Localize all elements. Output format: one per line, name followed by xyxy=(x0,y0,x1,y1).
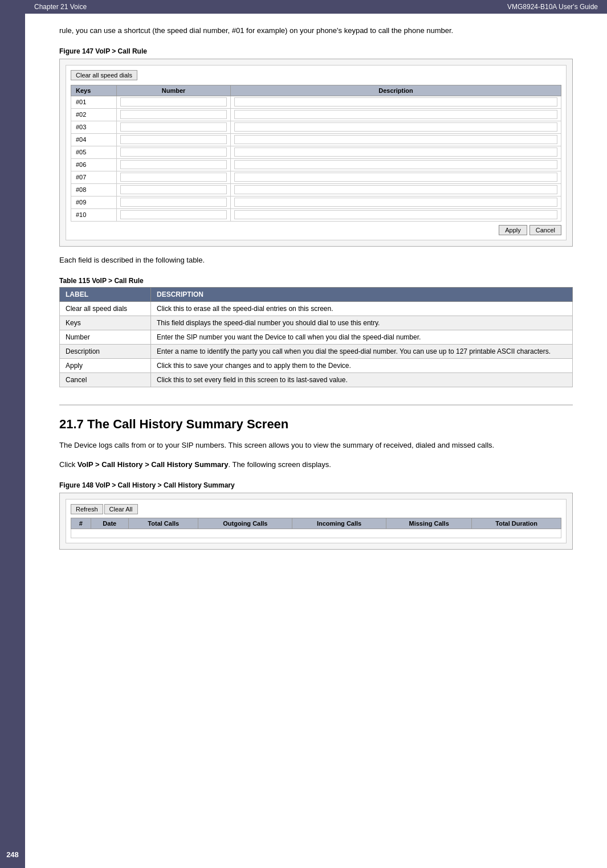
col-header-description: Description xyxy=(231,85,561,96)
left-sidebar: 248 xyxy=(0,0,25,868)
number-cell xyxy=(117,158,231,171)
table-row: Cancel Click this to set every field in … xyxy=(60,372,573,387)
number-cell xyxy=(117,196,231,208)
desc-input[interactable] xyxy=(234,97,557,107)
number-input[interactable] xyxy=(120,97,227,107)
speed-dial-table: Keys Number Description #01 #02 #03 xyxy=(71,85,561,222)
table115-col-label: LABEL xyxy=(60,287,151,301)
apply-button[interactable]: Apply xyxy=(499,225,527,235)
desc-input[interactable] xyxy=(234,173,557,182)
col-header: Total Duration xyxy=(472,518,561,529)
page-header: Chapter 21 Voice VMG8924-B10A User's Gui… xyxy=(25,0,607,14)
body2-suffix: . The following screen displays. xyxy=(228,460,331,469)
chapter-title: Chapter 21 Voice xyxy=(34,3,87,11)
label-cell: Cancel xyxy=(60,372,151,387)
figure148-screenshot: RefreshClear All #DateTotal CallsOutgoin… xyxy=(59,493,573,550)
description-cell: Click this to set every field in this sc… xyxy=(151,372,573,387)
number-cell xyxy=(117,183,231,196)
table-row: #04 xyxy=(71,133,561,146)
table-row: #01 xyxy=(71,96,561,108)
description-cell: This field displays the speed-dial numbe… xyxy=(151,316,573,330)
table-row: Apply Click this to save your changes an… xyxy=(60,358,573,372)
product-name: VMG8924-B10A User's Guide xyxy=(507,3,598,11)
desc-input[interactable] xyxy=(234,110,557,119)
clear-all-button[interactable]: Clear All xyxy=(104,504,138,514)
number-input[interactable] xyxy=(120,185,227,194)
col-header-keys: Keys xyxy=(71,85,117,96)
cancel-button[interactable]: Cancel xyxy=(529,225,561,235)
body2-bold: VoIP > Call History > Call History Summa… xyxy=(78,460,229,469)
number-cell xyxy=(117,208,231,221)
number-input[interactable] xyxy=(120,210,227,219)
desc-cell xyxy=(231,183,561,196)
table115-label: Table 115 VoIP > Call Rule xyxy=(59,277,573,285)
key-cell: #02 xyxy=(71,108,117,121)
description-cell: Enter a name to identify the party you c… xyxy=(151,344,573,358)
desc-cell xyxy=(231,133,561,146)
desc-input[interactable] xyxy=(234,160,557,169)
refresh-button[interactable]: Refresh xyxy=(71,504,103,514)
desc-input[interactable] xyxy=(234,198,557,207)
number-cell xyxy=(117,171,231,183)
call-history-table: #DateTotal CallsOutgoing CallsIncoming C… xyxy=(71,518,561,538)
number-cell xyxy=(117,108,231,121)
key-cell: #05 xyxy=(71,146,117,158)
col-header: Date xyxy=(91,518,129,529)
table-row: #03 xyxy=(71,121,561,133)
key-cell: #09 xyxy=(71,196,117,208)
table-row: #09 xyxy=(71,196,561,208)
desc-cell xyxy=(231,96,561,108)
col-header: Total Calls xyxy=(129,518,198,529)
clear-all-speed-dials-button[interactable]: Clear all speed dials xyxy=(71,70,137,80)
label-cell: Number xyxy=(60,330,151,344)
description-cell: Click this to erase all the speed-dial e… xyxy=(151,301,573,316)
desc-cell xyxy=(231,146,561,158)
col-header-number: Number xyxy=(117,85,231,96)
col-header: Incoming Calls xyxy=(292,518,386,529)
table-row: #07 xyxy=(71,171,561,183)
number-input[interactable] xyxy=(120,198,227,207)
desc-input[interactable] xyxy=(234,210,557,219)
key-cell: #06 xyxy=(71,158,117,171)
body2-prefix: Click xyxy=(59,460,78,469)
col-header: # xyxy=(71,518,91,529)
number-input[interactable] xyxy=(120,122,227,132)
desc-cell xyxy=(231,208,561,221)
table-row: #05 xyxy=(71,146,561,158)
number-input[interactable] xyxy=(120,173,227,182)
description-cell: Click this to save your changes and to a… xyxy=(151,358,573,372)
figure147-screenshot: Clear all speed dials Keys Number Descri… xyxy=(59,59,573,247)
number-cell xyxy=(117,96,231,108)
number-input[interactable] xyxy=(120,148,227,157)
section217-body2: Click VoIP > Call History > Call History… xyxy=(59,459,573,471)
desc-input[interactable] xyxy=(234,185,557,194)
number-cell xyxy=(117,121,231,133)
number-input[interactable] xyxy=(120,160,227,169)
desc-input[interactable] xyxy=(234,135,557,144)
label-cell: Keys xyxy=(60,316,151,330)
table-row: Description Enter a name to identify the… xyxy=(60,344,573,358)
table-row: #02 xyxy=(71,108,561,121)
section217-heading: 21.7 The Call History Summary Screen xyxy=(59,404,573,432)
key-cell: #01 xyxy=(71,96,117,108)
key-cell: #04 xyxy=(71,133,117,146)
intro-paragraph: rule, you can use a shortcut (the speed … xyxy=(59,25,573,37)
table115-col-description: DESCRIPTION xyxy=(151,287,573,301)
table-row: #10 xyxy=(71,208,561,221)
number-input[interactable] xyxy=(120,110,227,119)
table-row: Number Enter the SIP number you want the… xyxy=(60,330,573,344)
desc-text: Each field is described in the following… xyxy=(59,255,573,267)
desc-input[interactable] xyxy=(234,122,557,132)
desc-cell xyxy=(231,158,561,171)
key-cell: #08 xyxy=(71,183,117,196)
key-cell: #07 xyxy=(71,171,117,183)
number-input[interactable] xyxy=(120,135,227,144)
desc-input[interactable] xyxy=(234,148,557,157)
figure147-label: Figure 147 VoIP > Call Rule xyxy=(59,47,573,55)
col-header: Outgoing Calls xyxy=(198,518,292,529)
key-cell: #10 xyxy=(71,208,117,221)
figure148-label: Figure 148 VoIP > Call History > Call Hi… xyxy=(59,481,573,489)
label-cell: Clear all speed dials xyxy=(60,301,151,316)
key-cell: #03 xyxy=(71,121,117,133)
number-cell xyxy=(117,133,231,146)
